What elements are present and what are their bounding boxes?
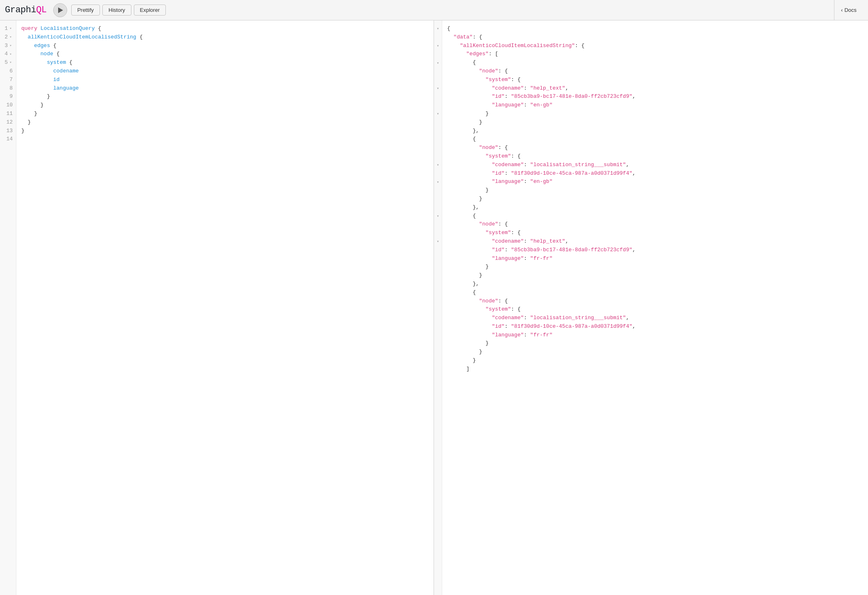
gutter-fold-6[interactable]: ▾ (434, 161, 442, 169)
result-code: { "data": { "allKenticoCloudItemLocalise… (442, 20, 868, 595)
result-gutter: ▾ ▾ ▾ ▾ ▾ ▾ ▾ ▾ ▾ (434, 20, 442, 595)
logo-ql: QL (36, 5, 46, 15)
history-button[interactable]: History (102, 5, 131, 16)
logo-graphi: Graphi (5, 5, 36, 15)
editor-code[interactable]: query LocalisationQuery { allKenticoClou… (16, 20, 434, 595)
line-3: 3▾ (0, 42, 16, 50)
editor-pane: 1▾ 2▾ 3▾ 4▾ 5▾ 6 7 8 9 10 11 12 13 14 qu… (0, 20, 434, 595)
main-area: 1▾ 2▾ 3▾ 4▾ 5▾ 6 7 8 9 10 11 12 13 14 qu… (0, 20, 868, 595)
gutter-fold-1[interactable]: ▾ (434, 25, 442, 33)
line-2: 2▾ (0, 33, 16, 42)
gutter-fold-7[interactable]: ▾ (434, 178, 442, 186)
fold-arrow-5[interactable]: ▾ (9, 61, 13, 65)
gutter-fold-2[interactable]: ▾ (434, 42, 442, 50)
gutter-fold-8[interactable]: ▾ (434, 212, 442, 221)
line-11: 11 (0, 110, 16, 118)
logo: GraphiQL (5, 5, 47, 15)
chevron-left-icon: ‹ (841, 7, 843, 13)
docs-button[interactable]: ‹ Docs (834, 0, 863, 20)
line-10: 10 (0, 101, 16, 110)
gutter-fold-5[interactable]: ▾ (434, 110, 442, 118)
line-5: 5▾ (0, 59, 16, 67)
prettify-button[interactable]: Prettify (71, 5, 100, 16)
line-7: 7 (0, 76, 16, 84)
gutter-fold-3[interactable]: ▾ (434, 59, 442, 67)
line-6: 6 (0, 67, 16, 76)
gutter-fold-9[interactable]: ▾ (434, 237, 442, 246)
result-pane: ▾ ▾ ▾ ▾ ▾ ▾ ▾ ▾ ▾ { "data": { "allKentic… (434, 20, 868, 595)
fold-arrow-1[interactable]: ▾ (9, 27, 13, 31)
line-8: 8 (0, 84, 16, 93)
line-12: 12 (0, 118, 16, 127)
line-9: 9 (0, 92, 16, 101)
line-numbers: 1▾ 2▾ 3▾ 4▾ 5▾ 6 7 8 9 10 11 12 13 14 (0, 20, 16, 595)
line-14: 14 (0, 135, 16, 144)
docs-label: Docs (844, 7, 857, 13)
explorer-button[interactable]: Explorer (134, 5, 166, 16)
fold-arrow-2[interactable]: ▾ (9, 35, 13, 39)
play-icon (58, 7, 63, 13)
fold-arrow-3[interactable]: ▾ (9, 44, 13, 48)
line-1: 1▾ (0, 25, 16, 33)
line-13: 13 (0, 127, 16, 135)
line-4: 4▾ (0, 50, 16, 59)
header: GraphiQL Prettify History Explorer ‹ Doc… (0, 0, 868, 20)
gutter-fold-4[interactable]: ▾ (434, 84, 442, 93)
run-button[interactable] (53, 3, 67, 17)
fold-arrow-4[interactable]: ▾ (9, 52, 13, 56)
